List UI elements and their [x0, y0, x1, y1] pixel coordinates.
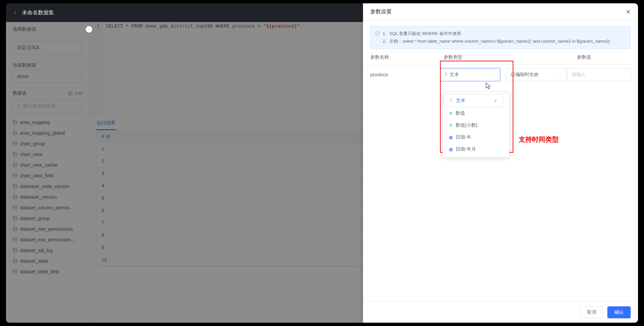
dropdown-option[interactable]: ▦日期-年月› — [443, 143, 509, 155]
datasource-select[interactable]: demo ﹀ — [13, 70, 82, 83]
table-item[interactable]: dataset_group — [6, 213, 89, 224]
svg-rect-20 — [13, 174, 17, 178]
table-icon — [13, 205, 17, 210]
param-panel: 参数设置 ✕ ⓘ 1、SQL 变量只能在 WHERE 条件中使用 2、示例：se… — [363, 3, 638, 323]
sql-mode-select[interactable]: 自定义SQL — [13, 41, 82, 54]
hash-icon: # — [102, 134, 104, 139]
table-item[interactable]: chart_group — [6, 138, 89, 149]
info-icon: ⓘ — [375, 30, 380, 45]
tables-list: area_mappingarea_mapping_globalchart_gro… — [6, 115, 89, 323]
check-icon: ✓ — [494, 98, 497, 103]
info-box: ⓘ 1、SQL 变量只能在 WHERE 条件中使用 2、示例：select * … — [370, 26, 631, 49]
table-item[interactable]: chart_view_cache — [6, 160, 89, 170]
svg-rect-38 — [13, 238, 17, 242]
svg-rect-8 — [13, 131, 17, 135]
svg-rect-5 — [13, 121, 17, 124]
datasource-label: 选择数据源 — [13, 26, 36, 32]
table-icon — [13, 269, 17, 274]
back-icon[interactable] — [13, 10, 17, 15]
table-icon — [13, 131, 17, 135]
svg-rect-29 — [13, 206, 17, 210]
tab-results[interactable]: 运行结果 — [96, 120, 116, 130]
confirm-button[interactable]: 确认 — [607, 306, 631, 318]
table-item[interactable]: area_mapping_global — [6, 128, 89, 138]
table-icon — [13, 237, 17, 242]
table-item[interactable]: dataease_code_version — [6, 181, 89, 192]
type-icon: # — [448, 111, 453, 116]
param-value-input[interactable]: 请输入 — [567, 68, 631, 81]
svg-rect-11 — [13, 142, 17, 146]
table-icon — [13, 184, 17, 189]
chevron-right-icon: › — [502, 147, 504, 151]
collapse-sidebar-icon[interactable]: ‹ — [86, 26, 92, 33]
table-icon — [13, 152, 17, 157]
close-icon[interactable]: ✕ — [626, 8, 631, 16]
table-item[interactable]: dataset_sql_log — [6, 245, 89, 256]
table-item[interactable]: dataset_column_permis... — [6, 202, 89, 213]
table-icon — [13, 216, 17, 221]
tables-label: 数据表 — [13, 90, 27, 96]
svg-rect-44 — [13, 259, 17, 263]
param-scope-select[interactable]: 仅编辑时生效 ﹀ — [506, 68, 566, 81]
table-icon — [13, 120, 17, 125]
type-icon: # — [448, 123, 453, 128]
current-ds-label: 当前数据源 — [13, 62, 36, 68]
table-item[interactable]: chart_view — [6, 149, 89, 160]
param-header: 参数名称 参数类型 参数值 — [363, 49, 638, 65]
svg-rect-26 — [13, 195, 17, 199]
table-icon — [13, 173, 17, 178]
table-item[interactable]: chart_view_field — [6, 170, 89, 181]
tables-count: 143 — [68, 91, 82, 96]
table-icon — [13, 227, 17, 231]
table-icon — [13, 248, 17, 253]
cancel-button[interactable]: 取消 — [580, 306, 603, 318]
panel-title: 参数设置 — [370, 8, 392, 15]
table-icon — [13, 195, 17, 199]
search-icon — [16, 104, 21, 109]
svg-rect-14 — [13, 153, 17, 156]
svg-rect-17 — [13, 163, 17, 167]
table-item[interactable]: dataease_version — [6, 192, 89, 202]
annotation-text: 支持时间类型 — [519, 135, 559, 144]
svg-rect-0 — [68, 92, 72, 95]
table-item[interactable]: dataset_row_permission... — [6, 234, 89, 245]
table-search-input[interactable]: 通过表名称搜索 — [13, 100, 82, 113]
param-name: province — [370, 72, 440, 77]
table-icon — [13, 163, 17, 167]
param-row: province T文本 ︿ 仅编辑时生效 ﹀ 请输入 — [363, 65, 638, 85]
table-item[interactable]: dataset_table — [6, 256, 89, 266]
page-title: 未命名数据集 — [22, 9, 54, 16]
svg-rect-32 — [13, 217, 17, 220]
dropdown-option[interactable]: ▦日期-年 — [443, 131, 509, 143]
type-icon: ▦ — [448, 147, 453, 152]
table-icon — [13, 259, 17, 263]
svg-point-3 — [17, 105, 20, 107]
param-type-select[interactable]: T文本 ︿ — [440, 68, 500, 81]
type-dropdown[interactable]: T文本✓#数值#数值(小数)▦日期-年▦日期-年月› — [443, 92, 509, 158]
table-item[interactable]: dataset_row_permissions — [6, 224, 89, 234]
type-icon: ▦ — [448, 135, 453, 140]
chevron-down-icon: ﹀ — [74, 74, 78, 79]
type-icon: T — [449, 98, 453, 103]
svg-rect-47 — [13, 270, 17, 274]
table-item[interactable]: area_mapping — [6, 117, 89, 128]
sidebar: 选择数据源 ‹ 自定义SQL 当前数据源 demo ﹀ 数据表 143 — [6, 22, 89, 323]
dropdown-option[interactable]: T文本✓ — [443, 94, 503, 107]
dropdown-option[interactable]: #数值 — [443, 107, 509, 119]
table-icon — [13, 141, 17, 146]
svg-rect-23 — [13, 185, 17, 188]
table-item[interactable]: dataset_table_field — [6, 266, 89, 277]
svg-rect-41 — [13, 249, 17, 252]
dropdown-option[interactable]: #数值(小数) — [443, 119, 509, 131]
svg-rect-35 — [13, 227, 17, 231]
svg-line-4 — [20, 107, 21, 108]
chevron-down-icon: ﹀ — [558, 72, 562, 77]
chevron-up-icon: ︿ — [492, 72, 496, 77]
